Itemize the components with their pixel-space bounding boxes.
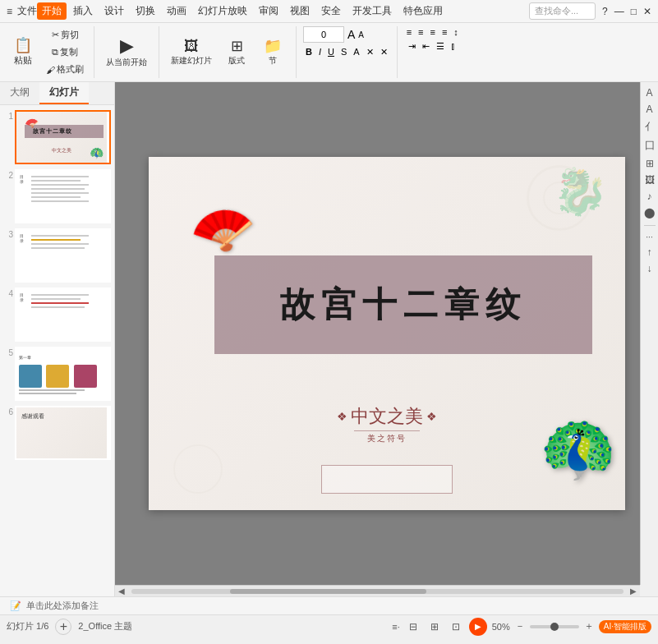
notes-bar[interactable]: 📝 单击此处添加备注: [0, 596, 658, 614]
tab-slides[interactable]: 幻灯片: [39, 82, 89, 104]
slide-thumb-5[interactable]: 第一章: [15, 347, 111, 401]
file-menu[interactable]: 文件: [17, 4, 37, 18]
zoom-text: 50%: [492, 622, 510, 632]
maximize-btn[interactable]: □: [631, 6, 637, 17]
right-tool-2[interactable]: A: [646, 104, 652, 115]
align-center-icon[interactable]: ≡: [416, 26, 426, 38]
h-scrollbar[interactable]: ◀ ▶: [115, 585, 640, 596]
section-button[interactable]: 📁 节: [256, 35, 289, 70]
paste-button[interactable]: 📋 粘贴: [7, 34, 39, 70]
menu-animate[interactable]: 动画: [162, 2, 191, 20]
zoom-slider[interactable]: [530, 625, 579, 628]
slide-item-6[interactable]: 6 感谢观看: [3, 406, 111, 460]
right-tool-8[interactable]: ⬤: [644, 207, 655, 218]
cols-icon[interactable]: ⫿: [449, 40, 458, 53]
x2-button[interactable]: ✕: [378, 46, 390, 58]
menu-bar: 开始 插入 设计 切换 动画 幻灯片放映 审阅 视图 安全 开发工具 特色应用: [37, 2, 448, 20]
menu-security[interactable]: 安全: [316, 2, 346, 20]
slide-thumb-6[interactable]: 感谢观看: [15, 406, 111, 460]
slide-item-2[interactable]: 2 目录: [3, 169, 111, 223]
font-size-down[interactable]: A: [358, 30, 364, 39]
slide-num-4: 4: [2, 289, 13, 298]
status-right: ≡· ⊟ ⊞ ⊡ ▶ 50% － ＋ AI·智能排版: [392, 618, 651, 636]
slide-thumb-3[interactable]: 目录: [15, 228, 111, 283]
font-size-up[interactable]: A: [347, 28, 355, 41]
tab-outline[interactable]: 大纲: [0, 82, 39, 104]
cut-button[interactable]: ✂ 剪切: [43, 27, 87, 43]
right-tool-4[interactable]: 囗: [645, 139, 655, 153]
slide-item-5[interactable]: 5 第一章: [3, 347, 111, 401]
copy-button[interactable]: ⧉ 复制: [43, 44, 87, 60]
menu-slideshow[interactable]: 幻灯片放映: [193, 2, 252, 20]
add-slide-btn[interactable]: +: [55, 619, 71, 635]
align-left-icon[interactable]: ≡: [404, 26, 414, 38]
menu-insert[interactable]: 插入: [68, 2, 98, 20]
line-height-icon[interactable]: ↕: [451, 26, 461, 38]
view-normal-btn[interactable]: ⊟: [405, 619, 421, 635]
scroll-right-btn[interactable]: ▶: [627, 586, 640, 596]
notes-placeholder[interactable]: 单击此处添加备注: [26, 600, 99, 612]
minimize-btn[interactable]: —: [614, 6, 624, 17]
menu-review[interactable]: 审阅: [254, 2, 283, 20]
menu-view[interactable]: 视图: [285, 2, 315, 20]
copy-icon: ⧉: [52, 47, 58, 58]
new-slide-button[interactable]: 🖼 新建幻灯片: [166, 35, 217, 70]
start-group: ▶ 从当前开始: [101, 26, 159, 78]
start-label: 从当前开始: [106, 57, 147, 68]
zoom-out-btn[interactable]: －: [515, 619, 525, 633]
right-tool-10[interactable]: ↑: [647, 246, 652, 258]
right-tool-6[interactable]: 🖼: [645, 174, 655, 186]
view-grid-btn[interactable]: ⊞: [426, 619, 443, 635]
align-justify-icon[interactable]: ≡: [439, 26, 449, 38]
slide-canvas[interactable]: 🐉 🪭 故宫十二章纹 🦚 ❖ 中文之美 ❖ 美之符: [149, 157, 625, 510]
menu-kaishi[interactable]: 开始: [37, 2, 67, 20]
right-tool-7[interactable]: ♪: [647, 191, 652, 202]
help-icon[interactable]: ?: [602, 6, 608, 17]
note-icon: ≡·: [392, 622, 399, 632]
layout-button[interactable]: ⊞ 版式: [220, 35, 253, 70]
zoom-in-btn[interactable]: ＋: [584, 619, 594, 633]
right-tool-3[interactable]: 亻: [645, 120, 655, 134]
zoom-thumb[interactable]: [550, 623, 559, 631]
format-label: 格式刷: [57, 63, 84, 76]
menu-dev[interactable]: 开发工具: [347, 2, 397, 20]
slide-bottom-box[interactable]: [321, 465, 453, 494]
underline-button[interactable]: U: [325, 46, 337, 58]
slide-num-6: 6: [2, 407, 13, 416]
menu-design[interactable]: 设计: [99, 2, 129, 20]
font-size-input[interactable]: [303, 26, 344, 43]
slide-item-1[interactable]: 1 故宫十二章纹 中文之美 🪭 🦚: [3, 110, 111, 164]
search-box[interactable]: 查找命令...: [529, 2, 596, 20]
slide-item-3[interactable]: 3 目录: [3, 228, 111, 283]
slide-thumb-4[interactable]: 目录: [15, 288, 111, 342]
paste-label: 粘贴: [14, 54, 32, 67]
bold-button[interactable]: B: [303, 46, 315, 58]
close-btn[interactable]: ✕: [643, 6, 651, 17]
view-read-btn[interactable]: ⊡: [448, 619, 464, 635]
right-tool-1[interactable]: A: [646, 87, 652, 99]
scrollbar-thumb[interactable]: [230, 589, 427, 594]
right-tool-11[interactable]: ↓: [647, 263, 652, 274]
right-tool-5[interactable]: ⊞: [646, 158, 654, 169]
italic-button[interactable]: I: [316, 46, 324, 58]
start-button[interactable]: ▶ 从当前开始: [101, 34, 152, 71]
outdent-icon[interactable]: ⇤: [420, 40, 432, 53]
slide-panel: 大纲 幻灯片 1 故宫十二章纹 中文之美 🪭 🦚: [0, 82, 115, 596]
shadow-button[interactable]: A: [351, 46, 361, 58]
slide-item-4[interactable]: 4 目录: [3, 288, 111, 342]
right-tool-9[interactable]: ···: [646, 232, 652, 242]
format-button[interactable]: 🖌 格式刷: [43, 62, 87, 77]
slide-thumb-1[interactable]: 故宫十二章纹 中文之美 🪭 🦚: [15, 110, 111, 164]
indent-icon[interactable]: ⇥: [406, 40, 418, 53]
slide-title-box[interactable]: 故宫十二章纹: [214, 255, 592, 354]
ai-badge[interactable]: AI·智能排版: [599, 620, 651, 633]
strike-button[interactable]: S: [338, 46, 349, 58]
play-slideshow-btn[interactable]: ▶: [469, 618, 487, 636]
scroll-left-btn[interactable]: ◀: [115, 586, 128, 596]
menu-special[interactable]: 特色应用: [398, 2, 448, 20]
text-dir-icon[interactable]: ☰: [434, 40, 447, 53]
strikethrough2-button[interactable]: ✕: [364, 46, 376, 58]
align-right-icon[interactable]: ≡: [428, 26, 438, 38]
menu-switch[interactable]: 切换: [131, 2, 160, 20]
slide-thumb-2[interactable]: 目录: [15, 169, 111, 223]
